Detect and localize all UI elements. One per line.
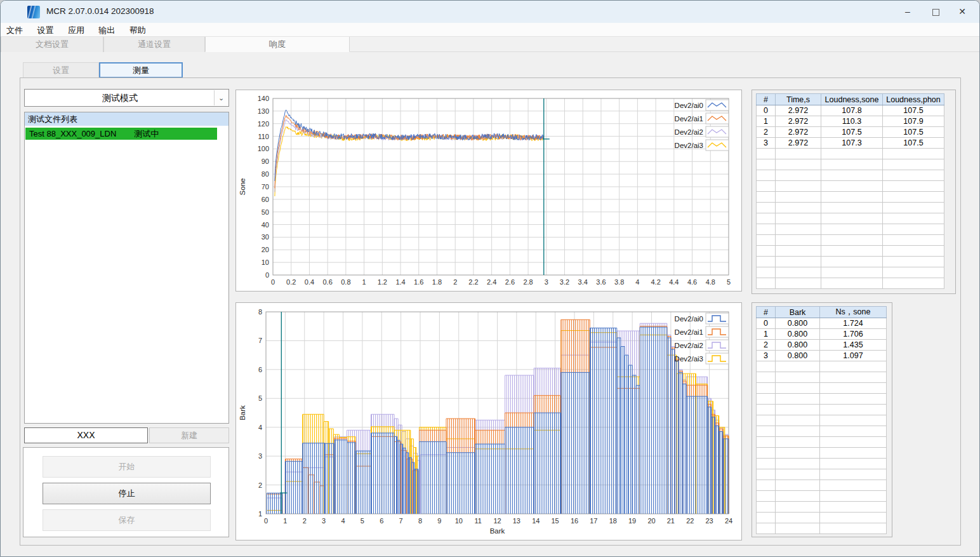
table-row[interactable]: 00.8001.724 xyxy=(757,318,887,329)
tab-loudness[interactable]: 响度 xyxy=(205,37,350,52)
table-cell: 3 xyxy=(757,138,776,149)
table-row[interactable] xyxy=(757,213,944,224)
table-cell xyxy=(776,159,821,170)
table-row[interactable] xyxy=(757,513,887,523)
table-row[interactable] xyxy=(757,469,887,480)
specific-loudness-chart[interactable]: 0123456789101112131415161718192021222324… xyxy=(236,303,741,540)
test-file-list-body[interactable]: Test 88_XXX_009_LDN测试中 xyxy=(25,126,228,423)
new-button[interactable]: 新建 xyxy=(149,427,229,443)
table-cell xyxy=(821,181,883,192)
table-cell xyxy=(883,224,944,235)
table-row[interactable] xyxy=(757,203,944,213)
table-row[interactable]: 20.8001.435 xyxy=(757,340,887,351)
table-row[interactable] xyxy=(757,372,887,383)
table-row[interactable]: 22.972107.5107.5 xyxy=(757,127,944,138)
table-row[interactable] xyxy=(757,394,887,405)
test-mode-select[interactable]: 测试模式 ⌄ xyxy=(24,89,229,107)
table-row[interactable] xyxy=(757,405,887,415)
table-row[interactable] xyxy=(757,267,944,278)
svg-text:Dev2/ai0: Dev2/ai0 xyxy=(675,315,703,323)
svg-text:20: 20 xyxy=(262,246,269,253)
table-row[interactable] xyxy=(757,523,887,534)
table-row[interactable] xyxy=(757,502,887,513)
table-row[interactable] xyxy=(757,415,887,426)
menu-help[interactable]: 帮助 xyxy=(124,23,152,36)
svg-text:3.8: 3.8 xyxy=(614,278,624,286)
start-button[interactable]: 开始 xyxy=(43,456,211,478)
table-row[interactable]: 32.972107.3107.5 xyxy=(757,138,944,149)
svg-text:0: 0 xyxy=(265,271,269,279)
file-name-input[interactable]: XXX xyxy=(24,427,148,443)
table-cell xyxy=(821,224,883,235)
table-row[interactable] xyxy=(757,459,887,469)
table-cell xyxy=(757,246,776,257)
axes: 00.20.40.60.811.21.41.61.822.22.42.62.83… xyxy=(239,95,731,291)
close-button[interactable]: ✕ xyxy=(951,3,973,20)
menu-settings[interactable]: 设置 xyxy=(31,23,59,36)
specific-loudness-table[interactable]: #BarkNs，sone00.8001.72410.8001.70620.800… xyxy=(756,306,887,534)
table-cell xyxy=(757,159,776,170)
svg-text:4.2: 4.2 xyxy=(651,278,660,286)
svg-text:110: 110 xyxy=(258,133,269,140)
svg-text:100: 100 xyxy=(258,145,269,152)
table-row[interactable]: 12.972110.3107.9 xyxy=(757,116,944,127)
save-button[interactable]: 保存 xyxy=(43,509,211,531)
table-cell: 2.972 xyxy=(776,105,821,116)
table-row[interactable] xyxy=(757,224,944,235)
stop-button[interactable]: 停止 xyxy=(43,483,211,504)
table-cell: 1 xyxy=(757,116,776,127)
menu-file[interactable]: 文件 xyxy=(1,23,29,36)
table-row[interactable] xyxy=(757,278,944,289)
table-cell xyxy=(757,383,776,394)
table-cell xyxy=(757,513,776,523)
list-item[interactable]: Test 88_XXX_009_LDN测试中 xyxy=(25,128,217,140)
table-row[interactable] xyxy=(757,246,944,257)
svg-text:1.8: 1.8 xyxy=(432,278,442,286)
chevron-down-icon[interactable]: ⌄ xyxy=(214,90,228,105)
svg-text:15: 15 xyxy=(552,517,559,525)
svg-text:Dev2/ai2: Dev2/ai2 xyxy=(675,128,703,136)
svg-text:130: 130 xyxy=(258,107,269,115)
table-cell xyxy=(757,459,776,469)
menu-output[interactable]: 输出 xyxy=(93,23,121,36)
minimize-button[interactable]: – xyxy=(897,3,918,20)
table-row[interactable] xyxy=(757,491,887,502)
table-row[interactable]: 10.8001.706 xyxy=(757,329,887,340)
table-row[interactable]: 30.8001.097 xyxy=(757,351,887,361)
table-cell: 2 xyxy=(757,340,776,351)
table-row[interactable] xyxy=(757,448,887,459)
table-row[interactable] xyxy=(757,170,944,181)
table-row[interactable] xyxy=(757,426,887,437)
table-row[interactable] xyxy=(757,181,944,192)
svg-text:Dev2/ai0: Dev2/ai0 xyxy=(675,102,703,109)
table-row[interactable] xyxy=(757,149,944,159)
tab-document-settings[interactable]: 文档设置 xyxy=(1,37,103,52)
table-cell xyxy=(776,437,820,448)
table-cell xyxy=(883,192,944,203)
table-row[interactable] xyxy=(757,192,944,203)
table-cell xyxy=(821,278,883,289)
subtab-settings[interactable]: 设置 xyxy=(23,62,99,78)
table-cell xyxy=(820,437,887,448)
table-row[interactable] xyxy=(757,383,887,394)
table-row[interactable] xyxy=(757,257,944,267)
table-row[interactable]: 02.972107.8107.5 xyxy=(757,105,944,116)
table-row[interactable] xyxy=(757,361,887,372)
subtab-measure[interactable]: 测量 xyxy=(99,62,183,78)
table-row[interactable] xyxy=(757,437,887,448)
table-cell xyxy=(776,426,820,437)
table-row[interactable] xyxy=(757,480,887,491)
table-cell: 2.972 xyxy=(776,127,821,138)
tab-channel-settings[interactable]: 通道设置 xyxy=(103,37,205,52)
menu-apply[interactable]: 应用 xyxy=(62,23,90,36)
svg-text:80: 80 xyxy=(262,170,269,178)
maximize-button[interactable] xyxy=(925,3,946,20)
svg-text:2.4: 2.4 xyxy=(487,278,496,286)
table-cell xyxy=(820,415,887,426)
loudness-time-chart[interactable]: 00.20.40.60.811.21.41.61.822.22.42.62.83… xyxy=(236,90,741,291)
table-cell xyxy=(821,170,883,181)
table-row[interactable] xyxy=(757,159,944,170)
table-row[interactable] xyxy=(757,235,944,246)
loudness-table[interactable]: #Time,sLoudness,soneLoudness,phon02.9721… xyxy=(756,93,944,289)
maximize-icon xyxy=(932,9,939,16)
